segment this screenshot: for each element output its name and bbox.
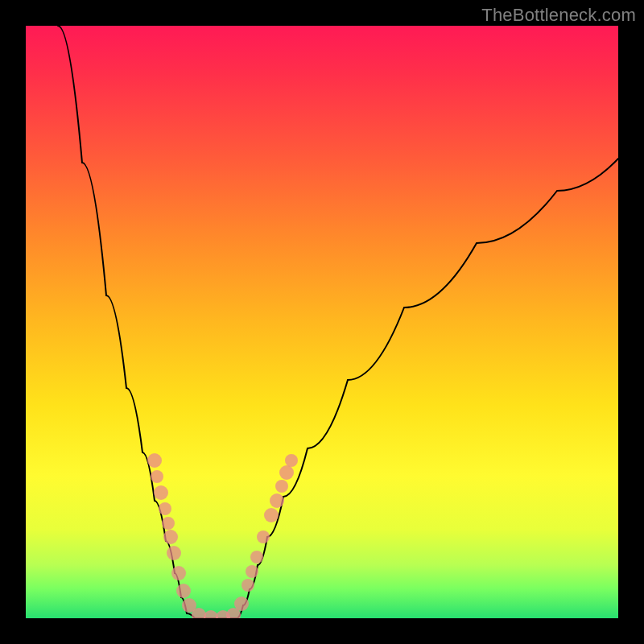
scatter-dot: [171, 566, 186, 580]
scatter-dot: [234, 597, 249, 611]
scatter-dot: [242, 579, 254, 592]
scatter-dot: [163, 530, 178, 544]
scatter-dot: [270, 493, 284, 508]
scatter-dot: [154, 485, 168, 500]
scatter-dot: [285, 454, 298, 467]
scatter-dot: [264, 508, 279, 522]
left-curve: [58, 26, 195, 618]
scatter-dot: [176, 584, 191, 598]
chart-plot-area: [26, 26, 618, 618]
scatter-dot: [167, 546, 181, 560]
scatter-dot: [257, 530, 270, 543]
watermark-text: TheBottleneck.com: [481, 5, 636, 26]
scatter-dot: [162, 517, 175, 530]
scatter-dot: [275, 480, 288, 493]
scatter-dots: [147, 453, 298, 618]
scatter-dot: [246, 565, 258, 578]
right-curve: [237, 159, 618, 618]
scatter-dot: [250, 551, 263, 564]
scatter-dot: [151, 470, 163, 483]
scatter-dot: [279, 465, 294, 480]
scatter-dot: [159, 502, 171, 515]
scatter-dot: [147, 453, 162, 468]
chart-svg: [26, 26, 618, 618]
